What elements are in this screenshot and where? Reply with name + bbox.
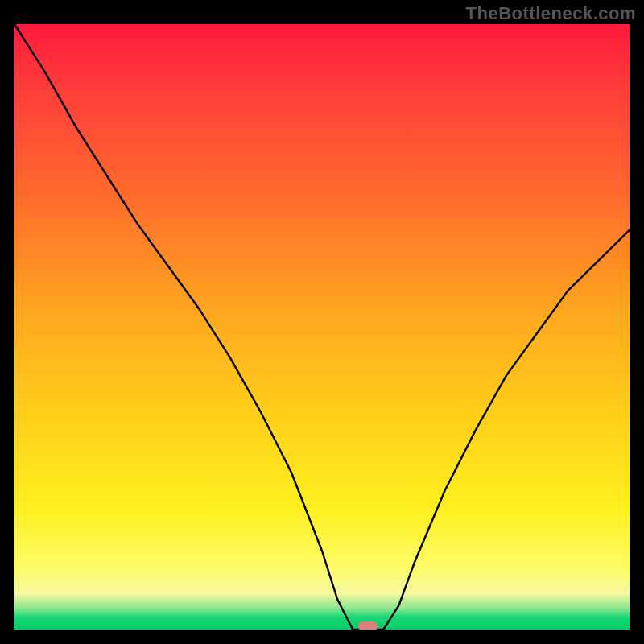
chart-frame: TheBottleneck.com: [0, 0, 644, 644]
optimum-marker: [358, 621, 378, 630]
watermark-text: TheBottleneck.com: [466, 3, 636, 24]
plot-area: [14, 24, 630, 630]
bottleneck-curve: [14, 24, 630, 630]
